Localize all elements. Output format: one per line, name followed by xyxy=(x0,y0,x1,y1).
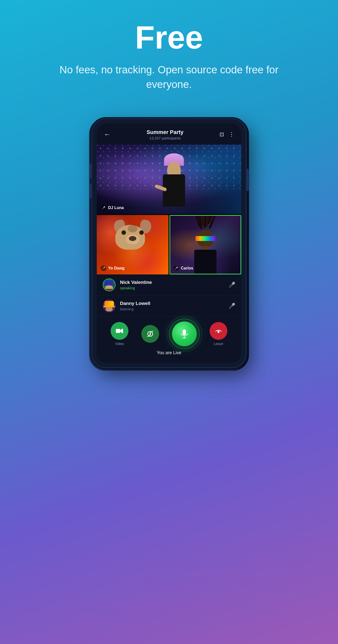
video-dj-luna: 🎤 DJ Luna xyxy=(97,145,241,214)
nick-avatar xyxy=(103,278,116,291)
nick-name: Nick Valentine xyxy=(120,280,229,285)
hero-section: Free No fees, no tracking. Open source c… xyxy=(0,0,338,107)
channel-title: Summer Party xyxy=(111,129,220,136)
blue-glow xyxy=(192,145,241,214)
video-yo-dawg: 🎤 Yo Dawg xyxy=(97,215,169,274)
hero-title: Free xyxy=(25,20,313,55)
header-title-group: Summer Party 13,337 participants xyxy=(111,129,220,140)
dj-mic-icon: 🎤 xyxy=(101,205,106,210)
hero-subtitle: No fees, no tracking. Open source code f… xyxy=(58,63,280,92)
dog-eye-left xyxy=(121,230,126,235)
mic-main-button-group[interactable] xyxy=(172,322,197,346)
nick-mic-icon: 🎤 xyxy=(229,282,235,288)
dog-eye-right xyxy=(139,230,144,235)
danny-status: listening xyxy=(120,307,229,311)
phone-outer: ← Summer Party 13,337 participants ⊡ ⋮ xyxy=(92,119,246,367)
video-grid: 🎤 DJ Luna xyxy=(97,145,241,274)
controls-row: Video xyxy=(104,322,234,346)
screen-share-icon[interactable]: ⊡ xyxy=(220,131,224,138)
flip-btn[interactable] xyxy=(141,325,159,343)
video-carlos: 🎤 Carlos xyxy=(169,215,241,274)
dawg-name: Yo Dawg xyxy=(108,266,124,270)
participant-row-nick[interactable]: Nick Valentine speaking 🎤 xyxy=(97,274,241,296)
dog-forehead xyxy=(128,225,138,232)
phone-screen: ← Summer Party 13,337 participants ⊡ ⋮ xyxy=(97,124,241,363)
carlos-body xyxy=(194,250,217,274)
danny-mic-icon: 🎤 xyxy=(229,303,235,309)
participant-count: 13,337 participants xyxy=(111,136,220,140)
svg-rect-0 xyxy=(116,329,120,333)
carlos-figure xyxy=(188,225,223,274)
header-actions: ⊡ ⋮ xyxy=(220,131,234,138)
dawg-mic-icon: 🎤 xyxy=(101,266,106,271)
carlos-mic-icon: 🎤 xyxy=(173,266,179,271)
svg-marker-1 xyxy=(120,328,123,334)
mic-main-btn[interactable] xyxy=(172,322,197,346)
app-header: ← Summer Party 13,337 participants ⊡ ⋮ xyxy=(97,124,241,145)
flip-button-group[interactable] xyxy=(141,325,159,343)
video-btn[interactable] xyxy=(111,322,128,340)
danny-avatar xyxy=(103,300,116,312)
video-button-group[interactable]: Video xyxy=(111,322,128,346)
phone-wrapper: ← Summer Party 13,337 participants ⊡ ⋮ xyxy=(0,119,338,367)
video-bottom-row: 🎤 Yo Dawg xyxy=(97,215,241,274)
carlos-label: 🎤 Carlos xyxy=(173,266,193,271)
participants-list: Nick Valentine speaking 🎤 Danny Lowell xyxy=(97,274,241,316)
carlos-name: Carlos xyxy=(181,266,193,270)
leave-label: Leave xyxy=(214,342,223,346)
dj-luna-label: 🎤 DJ Luna xyxy=(101,205,124,210)
participant-row-danny[interactable]: Danny Lowell listening 🎤 xyxy=(97,296,241,316)
dj-name: DJ Luna xyxy=(108,206,124,210)
nick-status: speaking xyxy=(120,286,229,290)
dog-nose xyxy=(129,236,136,241)
danny-info: Danny Lowell listening xyxy=(120,301,229,311)
video-label: Video xyxy=(115,342,124,346)
leave-btn[interactable] xyxy=(210,322,227,340)
mic-ring-2 xyxy=(167,316,202,352)
controls-section: Video xyxy=(97,316,241,363)
danny-name: Danny Lowell xyxy=(120,301,229,306)
nick-info: Nick Valentine speaking xyxy=(120,280,229,290)
more-options-icon[interactable]: ⋮ xyxy=(229,131,234,138)
svg-point-5 xyxy=(218,331,220,333)
dj-figure xyxy=(149,162,199,206)
live-status: You are Live xyxy=(104,350,234,356)
back-button[interactable]: ← xyxy=(104,130,111,138)
carlos-glasses xyxy=(195,236,215,241)
yo-dawg-label: 🎤 Yo Dawg xyxy=(101,266,124,271)
leave-button-group[interactable]: Leave xyxy=(210,322,227,346)
